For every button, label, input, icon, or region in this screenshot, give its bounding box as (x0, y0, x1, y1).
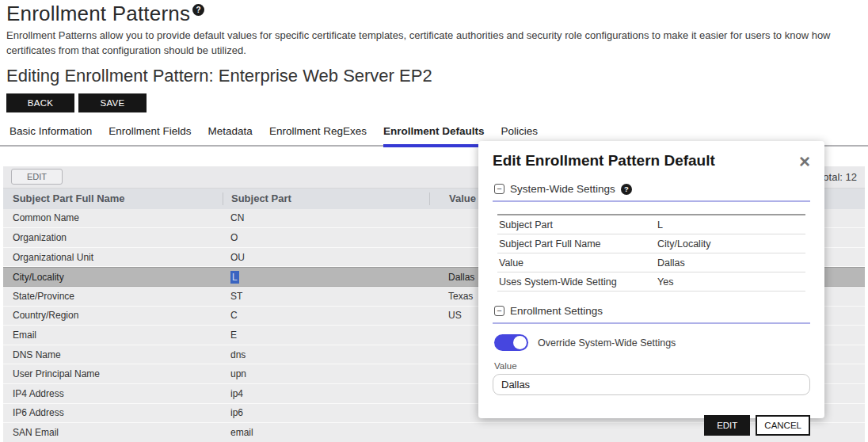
page-title: Enrollment Patterns? (6, 2, 862, 26)
page-title-text: Enrollment Patterns (6, 2, 190, 25)
cell-subject-part: OU (223, 252, 429, 263)
tab-metadata[interactable]: Metadata (208, 125, 253, 147)
cell-subject-part: ST (223, 291, 429, 302)
collapse-icon[interactable]: − (494, 184, 504, 194)
cell-subject-part-full-name: User Principal Name (3, 368, 223, 379)
override-system-wide-settings-toggle[interactable] (494, 334, 528, 351)
help-icon[interactable]: ? (621, 184, 632, 195)
detail-value: L (657, 219, 804, 231)
column-header-subject-part[interactable]: Subject Part (223, 192, 429, 205)
action-buttons: BACK SAVE (3, 93, 862, 112)
detail-row-value: Value Dallas (497, 253, 805, 272)
detail-value: City/Locality (657, 238, 804, 250)
help-icon[interactable]: ? (192, 4, 204, 16)
cell-subject-part: upn (223, 368, 429, 379)
modal-cancel-button[interactable]: CANCEL (756, 415, 810, 436)
cell-subject-part-full-name: SAN Email (3, 427, 223, 438)
detail-value: Dallas (657, 257, 804, 269)
value-field-label: Value (493, 361, 810, 371)
section-divider (493, 322, 810, 324)
cell-subject-part-full-name: IP6 Address (3, 407, 223, 418)
collapse-icon[interactable]: − (494, 306, 504, 316)
tab-basic-information[interactable]: Basic Information (10, 125, 92, 147)
cell-subject-part-full-name: IP4 Address (3, 388, 223, 399)
cell-subject-part-full-name: Organization (3, 232, 223, 243)
table-edit-button[interactable]: EDIT (11, 169, 63, 185)
tab-enrollment-defaults[interactable]: Enrollment Defaults (383, 125, 485, 147)
detail-label: Uses System-Wide Setting (499, 276, 657, 288)
cell-subject-part-full-name: Email (3, 330, 223, 341)
cell-subject-part-full-name: Organizational Unit (3, 252, 223, 263)
enrollment-settings-label: Enrollment Settings (510, 305, 603, 317)
cell-subject-part-full-name: Country/Region (3, 310, 223, 321)
system-wide-details: Subject Part L Subject Part Full Name Ci… (497, 214, 805, 291)
cell-subject-part: email (223, 427, 429, 438)
save-button[interactable]: SAVE (78, 93, 147, 112)
system-wide-settings-label: System-Wide Settings (510, 183, 615, 195)
cell-subject-part: L (223, 272, 429, 283)
page-description: Enrollment Patterns allow you to provide… (6, 29, 855, 59)
selected-text: L (230, 271, 239, 284)
page-header: Enrollment Patterns? Enrollment Patterns… (0, 0, 868, 112)
cell-subject-part: dns (223, 349, 429, 360)
cell-subject-part: ip4 (223, 388, 429, 399)
system-wide-settings-section-header: − System-Wide Settings ? (493, 183, 810, 195)
tab-enrollment-fields[interactable]: Enrollment Fields (108, 125, 191, 147)
cell-subject-part-full-name: State/Province (3, 291, 223, 302)
cell-subject-part: E (223, 330, 429, 341)
tab-enrollment-regexes[interactable]: Enrollment RegExes (269, 125, 367, 147)
cell-subject-part-full-name: City/Locality (3, 272, 223, 283)
cell-subject-part: CN (223, 212, 429, 223)
value-input[interactable] (493, 374, 810, 395)
detail-label: Subject Part (499, 219, 657, 231)
detail-value: Yes (657, 276, 804, 288)
section-divider (493, 200, 810, 202)
detail-row-uses-system-wide-setting: Uses System-Wide Setting Yes (497, 272, 805, 291)
cell-subject-part: O (223, 232, 429, 243)
edit-enrollment-pattern-default-modal: Edit Enrollment Pattern Default × − Syst… (478, 141, 824, 418)
detail-label: Subject Part Full Name (499, 238, 657, 250)
toggle-knob (513, 336, 527, 349)
cell-subject-part: ip6 (223, 407, 429, 418)
page: Enrollment Patterns? Enrollment Patterns… (0, 0, 868, 442)
override-toggle-label: Override System-Wide Settings (538, 337, 676, 349)
editing-subtitle: Editing Enrollment Pattern: Enterprise W… (6, 66, 862, 86)
detail-row-subject-part: Subject Part L (497, 215, 805, 234)
enrollment-settings-section-header: − Enrollment Settings (493, 305, 810, 317)
back-button[interactable]: BACK (6, 93, 74, 112)
detail-row-subject-part-full-name: Subject Part Full Name City/Locality (497, 234, 805, 253)
column-header-subject-part-full-name[interactable]: Subject Part Full Name (3, 192, 223, 204)
modal-edit-button[interactable]: EDIT (704, 415, 750, 436)
close-icon[interactable]: × (799, 154, 810, 170)
detail-label: Value (499, 257, 657, 269)
cell-subject-part-full-name: Common Name (3, 212, 223, 223)
cell-subject-part-full-name: DNS Name (3, 349, 223, 360)
cell-subject-part: C (223, 310, 429, 321)
modal-title: Edit Enrollment Pattern Default (493, 152, 715, 170)
